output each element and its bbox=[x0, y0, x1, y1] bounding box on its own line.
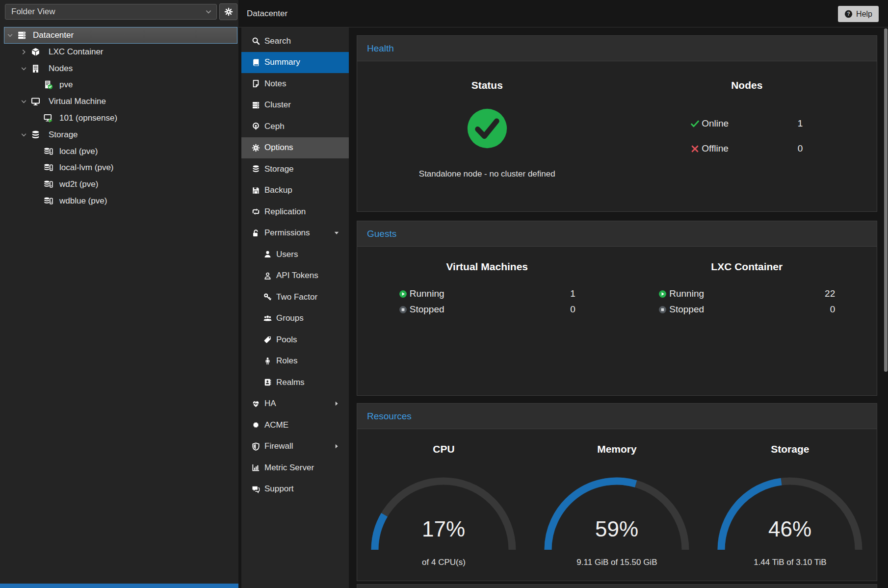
desktop-icon bbox=[31, 97, 40, 106]
chevron-right-expander-icon[interactable] bbox=[20, 48, 27, 55]
gauge-chart: 46% bbox=[716, 476, 863, 554]
menu-item-pools[interactable]: Pools bbox=[241, 329, 349, 351]
menu-item-metric-server[interactable]: Metric Server bbox=[241, 457, 349, 479]
caret-right-icon bbox=[333, 400, 340, 407]
resource-gauge-memory: Memory59%9.11 GiB of 15.50 GiB bbox=[530, 429, 704, 581]
view-mode-select[interactable]: Folder View bbox=[5, 4, 217, 20]
resource-tree-panel: Folder View DatacenterLXC ContainerNodes… bbox=[0, 0, 238, 588]
database-icon bbox=[31, 130, 40, 139]
resources-body: CPU17%of 4 CPU(s)Memory59%9.11 GiB of 15… bbox=[357, 429, 877, 581]
sidebar-item-local-lvm-pve[interactable]: local-lvm (pve) bbox=[4, 159, 237, 176]
caret-right-icon bbox=[333, 400, 340, 407]
log-panel-splitter[interactable] bbox=[0, 584, 238, 588]
menu-item-acme[interactable]: ACME bbox=[241, 414, 349, 436]
caret-right-icon bbox=[333, 443, 340, 450]
cross-icon bbox=[691, 145, 699, 153]
gauge-percent: 59% bbox=[595, 517, 638, 541]
sidebar-item-local-pve[interactable]: local (pve) bbox=[4, 143, 237, 160]
tree-settings-button[interactable] bbox=[219, 3, 237, 20]
server-icon bbox=[17, 31, 26, 40]
guest-row-label: Stopped bbox=[669, 304, 704, 315]
guests-column-heading: Virtual Machines bbox=[357, 260, 617, 273]
sidebar-item-wd2t-pve[interactable]: wd2t (pve) bbox=[4, 176, 237, 193]
summary-content: Health Status Standalone node - no clust… bbox=[349, 27, 888, 588]
comments-icon bbox=[251, 485, 260, 493]
bar-chart-icon bbox=[251, 463, 260, 472]
status-heading: Status bbox=[357, 79, 617, 92]
chevron-down-expander-icon[interactable] bbox=[20, 98, 27, 105]
sidebar-item-wdblue-pve[interactable]: wdblue (pve) bbox=[4, 193, 237, 209]
node-status-value: 1 bbox=[798, 118, 803, 129]
node-status-label: Online bbox=[702, 118, 729, 129]
help-button-label: Help bbox=[856, 10, 872, 19]
menu-item-groups[interactable]: Groups bbox=[241, 308, 349, 330]
key-icon bbox=[263, 293, 272, 301]
sidebar-item-pve[interactable]: pve bbox=[4, 77, 237, 93]
menu-item-storage[interactable]: Storage bbox=[241, 158, 349, 180]
chevron-down-icon bbox=[20, 131, 27, 138]
menu-item-roles[interactable]: Roles bbox=[241, 351, 349, 372]
menu-item-realms[interactable]: Realms bbox=[241, 372, 349, 393]
menu-item-label: Firewall bbox=[264, 441, 293, 451]
stop-circle-icon bbox=[399, 306, 407, 314]
sidebar-item-lxc-container[interactable]: LXC Container bbox=[4, 44, 237, 60]
unlock-icon bbox=[251, 229, 260, 237]
chevron-down-icon bbox=[20, 98, 27, 105]
user-icon bbox=[263, 250, 272, 258]
cluster-icon bbox=[251, 101, 260, 109]
chevron-down-expander-icon[interactable] bbox=[6, 32, 14, 39]
search-icon bbox=[251, 37, 260, 45]
replication-icon bbox=[252, 207, 260, 216]
menu-item-cluster[interactable]: Cluster bbox=[241, 95, 349, 116]
health-body: Status Standalone node - no cluster defi… bbox=[357, 61, 877, 211]
resources-panel-title: Resources bbox=[357, 404, 877, 429]
menu-item-replication[interactable]: Replication bbox=[241, 201, 349, 223]
help-button[interactable]: ? Help bbox=[838, 6, 879, 22]
menu-item-users[interactable]: Users bbox=[241, 244, 349, 265]
guest-row-value: 0 bbox=[830, 304, 836, 315]
menu-item-notes[interactable]: Notes bbox=[241, 73, 349, 95]
database-drive-icon bbox=[44, 163, 53, 173]
book-icon bbox=[252, 58, 260, 67]
menu-item-label: Permissions bbox=[264, 228, 310, 238]
next-panel-partial bbox=[357, 584, 877, 588]
database-drive-icon bbox=[44, 197, 53, 206]
menu-item-label: Two Factor bbox=[276, 292, 317, 302]
sidebar-item-virtual-machine[interactable]: Virtual Machine bbox=[4, 93, 237, 110]
chevron-down-expander-icon[interactable] bbox=[20, 131, 27, 138]
menu-item-ceph[interactable]: Ceph bbox=[241, 116, 349, 137]
menu-item-permissions[interactable]: Permissions bbox=[241, 223, 349, 244]
certificate-icon bbox=[252, 421, 260, 429]
database-drive-icon bbox=[44, 197, 53, 206]
menu-item-api-tokens[interactable]: API Tokens bbox=[241, 265, 349, 287]
sidebar-item-storage[interactable]: Storage bbox=[4, 127, 237, 143]
menu-item-search[interactable]: Search bbox=[241, 30, 349, 52]
menu-item-firewall[interactable]: Firewall bbox=[241, 436, 349, 458]
menu-item-backup[interactable]: Backup bbox=[241, 180, 349, 202]
view-mode-value: Folder View bbox=[11, 7, 55, 16]
menu-item-label: Summary bbox=[264, 57, 300, 67]
desktop-play-icon bbox=[44, 114, 53, 123]
menu-item-support[interactable]: Support bbox=[241, 479, 349, 500]
menu-item-options[interactable]: Options bbox=[241, 137, 349, 159]
sidebar-item-nodes[interactable]: Nodes bbox=[4, 60, 237, 77]
menu-item-label: Users bbox=[276, 250, 298, 259]
menu-item-label: HA bbox=[264, 399, 276, 409]
page-title: Datacenter bbox=[247, 0, 287, 27]
gear-icon bbox=[224, 7, 233, 16]
guest-row-label: Running bbox=[410, 288, 444, 299]
main-scrollbar-thumb[interactable] bbox=[884, 28, 888, 372]
menu-item-summary[interactable]: Summary bbox=[241, 52, 349, 74]
health-panel: Health Status Standalone node - no clust… bbox=[357, 35, 877, 212]
sidebar-item-label: wd2t (pve) bbox=[59, 179, 98, 189]
health-nodes-column: Nodes Online1Offline0 bbox=[617, 61, 877, 211]
database-drive-icon bbox=[44, 147, 53, 156]
guest-row-running: Running1 bbox=[399, 286, 575, 302]
sidebar-item-datacenter[interactable]: Datacenter bbox=[4, 27, 237, 44]
menu-item-two-factor[interactable]: Two Factor bbox=[241, 286, 349, 308]
shield-icon bbox=[251, 442, 260, 451]
menu-item-ha[interactable]: HA bbox=[241, 393, 349, 415]
sidebar-item-101-opnsense[interactable]: 101 (opnsense) bbox=[4, 110, 237, 127]
chevron-down-expander-icon[interactable] bbox=[20, 65, 27, 72]
guest-row-value: 22 bbox=[825, 288, 835, 299]
